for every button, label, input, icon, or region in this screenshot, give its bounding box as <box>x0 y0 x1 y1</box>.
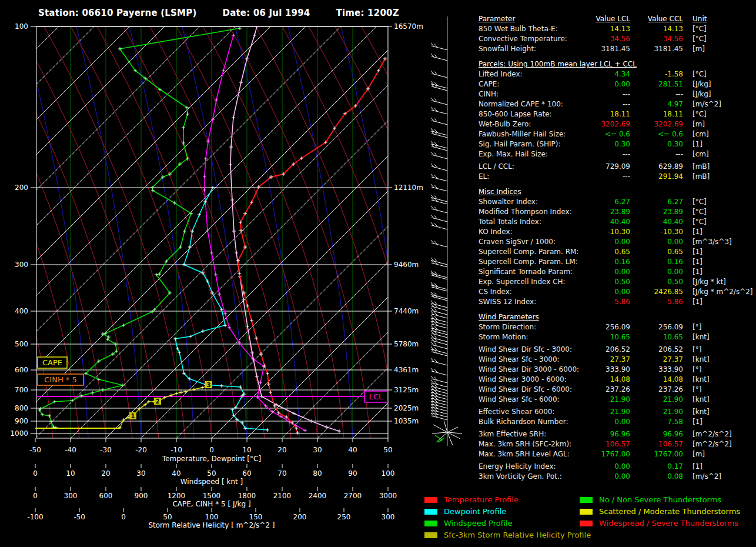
axis-title: Storm Relative Helicity [ m^2/s^2 ] <box>148 521 275 529</box>
pressure-label: 600 <box>15 366 28 374</box>
height-label: 2025m <box>394 404 419 412</box>
tick-label: 2100 <box>273 492 292 500</box>
table-row: Supercell Comp. Param. RM:0.650.65[1] <box>479 247 750 257</box>
srh-profile <box>118 383 211 429</box>
tick-label: 50 <box>207 469 216 478</box>
table-row: 3km Effective SRH:96.9696.96[m^2/s^2] <box>479 429 750 439</box>
tick-label: 0 <box>209 446 214 454</box>
tick-label: 150 <box>249 513 263 521</box>
tick-label: -40 <box>65 446 76 454</box>
axis-srh: -100-50050100150200250300Storm Relative … <box>27 508 394 529</box>
tick-label: 50 <box>163 513 172 521</box>
table-row: Wind Shear 3000 - 6000:14.0814.08[knt] <box>479 375 750 385</box>
legend-label: Widespread / Severe Thunderstorms <box>599 518 738 529</box>
legend-item-profile: Sfc-3km Storm Relative Helicity Profile <box>424 529 591 541</box>
cinh-label-box: CINH * 5 <box>38 374 83 385</box>
table-row: Wind Shear Sfc - 3000:27.3727.37[knt] <box>479 355 750 365</box>
tick-label: 2400 <box>309 492 327 500</box>
tick-label: -30 <box>100 446 112 454</box>
table-row: Showalter Index:6.276.27[°C] <box>479 197 750 207</box>
table-section-title: Misc Indices <box>479 187 750 197</box>
height-label: 5780m <box>394 340 419 348</box>
wind-barb-column <box>431 16 462 446</box>
svg-text:2: 2 <box>156 398 160 405</box>
table-row: Supercell Comp. Param. LM:0.160.16[1] <box>479 257 750 267</box>
height-label: 16570m <box>394 22 423 31</box>
pressure-label: 200 <box>15 184 28 192</box>
table-row: 850-600 Lapse Rate:18.1118.11[°C] <box>479 109 750 119</box>
table-row: Max. 3km SRH Level AGL:1767.001767.00[m] <box>479 449 750 459</box>
tick-label: 300 <box>64 492 78 500</box>
parcel-profile <box>229 25 341 433</box>
axis-windspeed: 0102030405060708090100Windspeed [ knt ] <box>33 464 394 486</box>
cape-label-box: CAPE <box>38 357 67 368</box>
table-row: LCL / CCL:729.09629.89[mB] <box>479 162 750 172</box>
height-label: 4361m <box>394 366 419 374</box>
pressure-label: 900 <box>15 417 28 425</box>
pressure-label: 1000 <box>10 429 28 438</box>
tick-label: 0 <box>33 469 38 478</box>
lcl-label-box: LCL <box>364 391 387 402</box>
tick-label: 1800 <box>238 492 256 500</box>
legend-swatch <box>424 509 437 515</box>
tick-label: 2700 <box>344 492 362 500</box>
height-label: 3125m <box>394 386 419 394</box>
tick-label: -20 <box>135 446 147 454</box>
tick-label: 600 <box>99 492 113 500</box>
legend-item-profile: Temperature Profile <box>424 494 591 506</box>
legend-label: Scattered / Moderate Thunderstorms <box>599 506 740 518</box>
tick-label: 30 <box>313 446 322 454</box>
tick-label: 50 <box>383 446 392 454</box>
tick-label: 300 <box>382 513 395 521</box>
height-label: 1035m <box>394 417 419 425</box>
table-row: Effective Shear 6000:21.9021.90[knt] <box>479 407 750 417</box>
table-row: Exp. Max. Hail Size:------[cm] <box>479 149 750 159</box>
tick-label: 70 <box>277 469 286 478</box>
tick-label: -100 <box>27 513 43 521</box>
table-row: Exp. Supercell Index CH:0.500.50[J/kg * … <box>479 277 750 287</box>
tick-label: 10 <box>242 446 251 454</box>
table-row: Total Totals Index:40.4040.40[°C] <box>479 217 750 227</box>
pressure-label: 300 <box>15 261 28 269</box>
table-row: Sig. Hail Param. (SHIP):0.300.30[1] <box>479 139 750 149</box>
legend-swatch <box>424 497 437 503</box>
tick-label: -50 <box>29 446 41 454</box>
legend-item-profile: Dewpoint Profile <box>424 506 591 518</box>
tick-label: -10 <box>170 446 182 454</box>
tick-label: 20 <box>277 446 286 454</box>
temperature-profile <box>236 57 387 435</box>
legend-label: Temperature Profile <box>444 494 519 506</box>
height-label: 7440m <box>394 307 419 315</box>
table-row: KO Index:-10.30-10.30[1] <box>479 227 750 237</box>
table-row: Max. 3km SRH (SFC-2km):106.57106.57[m^2/… <box>479 439 750 449</box>
legend-item-profile: Windspeed Profile <box>424 518 591 529</box>
tick-label: 90 <box>348 469 357 478</box>
legend-swatch <box>580 497 593 503</box>
tick-label: 0 <box>33 492 38 500</box>
table-row: SWISS 12 Index:-5.86-5.86[1] <box>479 297 750 307</box>
table-row: Convective Temperature:34.5634.56[°C] <box>479 34 750 44</box>
parameter-table: ParameterValue LCLValue CCLUnit850 Wet B… <box>479 14 750 482</box>
table-row: Wind Shear Dir Sfc - 6000:237.26237.26[°… <box>479 385 750 395</box>
sounding-app-window: Station: 06610 Payerne (LSMP) Date: 06 J… <box>0 0 756 547</box>
tick-label: 1500 <box>203 492 221 500</box>
pressure-label: 700 <box>15 386 28 394</box>
pressure-label: 100 <box>15 22 28 31</box>
legend-swatch <box>424 521 437 526</box>
tick-label: 100 <box>382 469 395 478</box>
table-row: Wind Shear Sfc - 6000:21.9021.90[knt] <box>479 395 750 405</box>
tick-label: 900 <box>135 492 148 500</box>
svg-text:CINH * 5: CINH * 5 <box>44 375 76 384</box>
legend-label: Sfc-3km Storm Relative Helicity Profile <box>444 529 591 541</box>
pressure-label: 800 <box>15 404 28 412</box>
axis-title: Temperature, Dewpoint [°C] <box>162 455 261 463</box>
tick-label: 60 <box>242 469 251 478</box>
legend-label: No / Non Severe Thunderstorms <box>599 494 721 506</box>
svg-text:LCL: LCL <box>369 392 383 401</box>
table-row: Modified Thompson Index:23.8923.89[°C] <box>479 207 750 217</box>
table-row: Storm Direction:256.09256.09[°] <box>479 322 750 332</box>
srh-km-marker: 1 <box>129 412 136 419</box>
table-row: Energy Helicity Index:0.000.17[1] <box>479 462 750 472</box>
profile-legend: Temperature ProfileDewpoint ProfileWinds… <box>424 494 591 541</box>
table-row: 850 Wet Bulb Theta-E:14.1314.13[°C] <box>479 24 750 34</box>
